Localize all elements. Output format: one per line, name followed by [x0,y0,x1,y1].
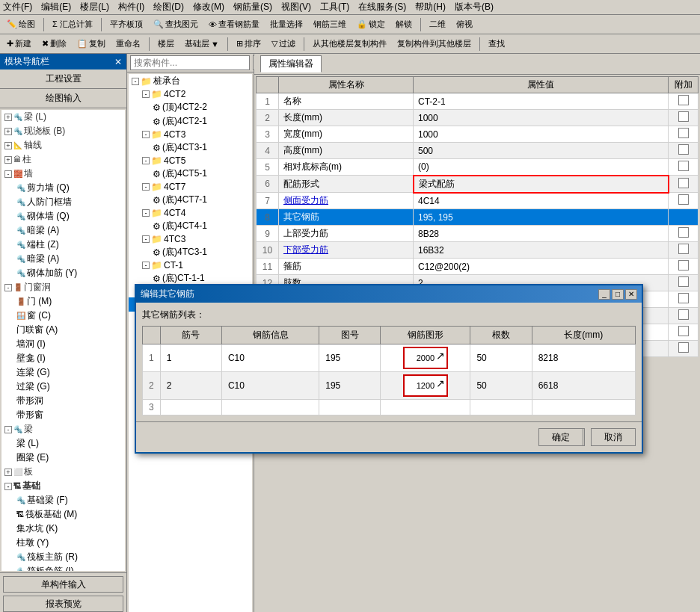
attr-row-add-4[interactable] [669,143,699,159]
checkbox-add-15[interactable] [678,326,689,336]
checkbox-add-6[interactable] [678,178,689,188]
checkbox-add-1[interactable] [678,95,689,105]
menu-view[interactable]: 视图(V) [281,1,311,13]
btn-single-input[interactable]: 单构件输入 [3,576,123,593]
tree-4tc3-1[interactable]: ⚙ (底)4TC3-1 [129,245,252,259]
attr-row-add-8[interactable] [669,209,699,226]
attr-row-val-4[interactable]: 500 [414,143,669,159]
attr-row-add-14[interactable] [669,308,699,324]
attr-row-8[interactable]: 8其它钢筋195, 195 [257,209,699,226]
rebar-length[interactable] [532,400,635,415]
attr-row-5[interactable]: 5相对底标高(m)(0) [257,159,699,176]
checkbox-add-11[interactable] [678,260,689,271]
search-input[interactable] [130,55,250,70]
tree-item-slab[interactable]: + 🔩 现浇板 (B) [1,124,125,138]
btn-lock[interactable]: 🔒 锁定 [353,17,389,31]
expand-slab[interactable]: + [4,128,12,135]
tree-item-ring-beam[interactable]: 圈梁 (E) [1,451,125,465]
attr-row-val-3[interactable]: 1000 [414,126,669,143]
btn-rebar3d[interactable]: 钢筋三维 [310,17,350,31]
tree-pilecap-root[interactable]: - 📁 桩承台 [129,74,252,88]
tree-4ct5[interactable]: - 📁 4CT5 [129,155,252,167]
attr-row-10[interactable]: 10下部受力筋16B32 [257,242,699,259]
menu-online[interactable]: 在线服务(S) [358,1,406,13]
tree-4ct2[interactable]: - 📁 4CT2 [129,88,252,100]
tree-item-raft-main[interactable]: 🔩筏板主筋 (R) [1,550,125,564]
attr-row-6[interactable]: 6配筋形式梁式配筋 [257,176,699,193]
menu-floor[interactable]: 楼层(L) [80,1,109,13]
checkbox-add-12[interactable] [678,276,689,287]
attr-row-4[interactable]: 4高度(mm)500 [257,143,699,159]
rebar-bar-no[interactable] [160,400,221,415]
attr-row-add-6[interactable] [669,176,699,193]
tree-4ct4-1[interactable]: ⚙ (底)4CT4-1 [129,219,252,233]
rebar-info[interactable]: C10 [221,372,319,400]
menu-modify[interactable]: 修改(M) [193,1,224,13]
attr-row-name-7[interactable]: 侧面受力筋 [279,193,414,209]
attr-row-add-10[interactable] [669,242,699,259]
tree-4ct4[interactable]: - 📁 4CT4 [129,207,252,219]
attr-row-add-5[interactable] [669,159,699,176]
tree-item-masonry-rebar[interactable]: 🔩 砌体加筋 (Y) [1,266,125,280]
btn-topview[interactable]: 俯视 [452,17,476,31]
rebar-info[interactable]: C10 [221,344,319,372]
attr-row-add-9[interactable] [669,226,699,242]
expand-slab-group[interactable]: + [4,469,12,476]
rebar-length[interactable]: 6618 [532,372,635,400]
menu-version[interactable]: 版本号(B) [455,1,494,13]
dialog-close-button[interactable]: ✕ [625,289,637,300]
rebar-shape[interactable]: 2000↗ [381,344,470,372]
tree-4ct7[interactable]: - 📁 4CT7 [129,181,252,193]
btn-viewrebar[interactable]: 👁 查看钢筋量 [205,17,263,31]
btn-floor[interactable]: 楼层 [154,37,178,51]
tree-item-window[interactable]: 🪟窗 (C) [1,309,125,323]
tree-item-niche[interactable]: 壁龛 (I) [1,351,125,365]
btn-batchsel[interactable]: 批量选择 [266,17,307,31]
expand-beam[interactable]: + [4,114,12,121]
tree-item-dark-beam[interactable]: 🔩 暗梁 (A) [1,223,125,238]
attr-row-11[interactable]: 11箍筋C12@200(2) [257,259,699,275]
btn-ok[interactable]: 确定 [538,428,583,446]
panel-close-icon[interactable]: ✕ [114,57,122,67]
expand-4ct2[interactable]: - [142,90,150,98]
tree-item-wall[interactable]: - 🧱 墙 [1,167,125,181]
attr-row-add-7[interactable] [669,193,699,209]
btn-flattop[interactable]: 平齐板顶 [106,17,147,31]
tree-4ct3[interactable]: - 📁 4CT3 [129,129,252,140]
tree-item-masonry[interactable]: 🔩 砌体墙 (Q) [1,209,125,223]
expand-foundation[interactable]: - [4,483,12,490]
expand-wall[interactable]: - [4,170,12,178]
attr-row-3[interactable]: 3宽度(mm)1000 [257,126,699,143]
tree-item-col-pier[interactable]: 柱墩 (Y) [1,536,125,550]
btn-delete[interactable]: ✖ 删除 [38,37,70,51]
tree-item-axis[interactable]: + 📐 轴线 [1,138,125,152]
btn-rename[interactable]: 重命名 [112,37,144,51]
tree-item-foundation[interactable]: - 🏗 基础 [1,479,125,493]
btn-new[interactable]: ✚ 新建 [3,37,35,51]
tree-item-slab-group[interactable]: + ⬜ 板 [1,465,125,479]
expand-4ct7[interactable]: - [142,183,150,191]
btn-2d[interactable]: 二维 [426,17,449,31]
attr-row-1[interactable]: 1名称CT-2-1 [257,93,699,110]
expand-4ct5[interactable]: - [142,157,150,164]
attr-row-val-5[interactable]: (0) [414,159,669,176]
attr-row-add-3[interactable] [669,126,699,143]
attr-row-val-11[interactable]: C12@200(2) [414,259,669,275]
attr-row-val-1[interactable]: CT-2-1 [414,93,669,110]
tree-item-strip-hole[interactable]: 带形洞 [1,394,125,408]
attr-row-val-7[interactable]: 4C14 [414,193,669,209]
tree-item-found-beam[interactable]: 🔩基础梁 (F) [1,493,125,507]
attr-row-val-2[interactable]: 1000 [414,110,669,126]
checkbox-add-4[interactable] [678,144,689,155]
tree-item-coupling[interactable]: 连梁 (G) [1,365,125,380]
btn-calc[interactable]: Σ 汇总计算 [49,17,96,31]
rebar-row-1[interactable]: 11C101952000↗508218 [143,344,636,372]
attr-row-val-9[interactable]: 8B28 [414,226,669,242]
expand-4ct4[interactable]: - [142,209,150,217]
menu-draw[interactable]: 绘图(D) [153,1,184,13]
btn-copy-to-floor[interactable]: 复制构件到其他楼层 [393,37,475,51]
tree-4ct2-1[interactable]: ⚙ (底)4CT2-1 [129,114,252,129]
rebar-shape[interactable]: 1200↗ [381,372,470,400]
tree-item-sump[interactable]: 集水坑 (K) [1,522,125,536]
checkbox-add-9[interactable] [678,227,689,238]
